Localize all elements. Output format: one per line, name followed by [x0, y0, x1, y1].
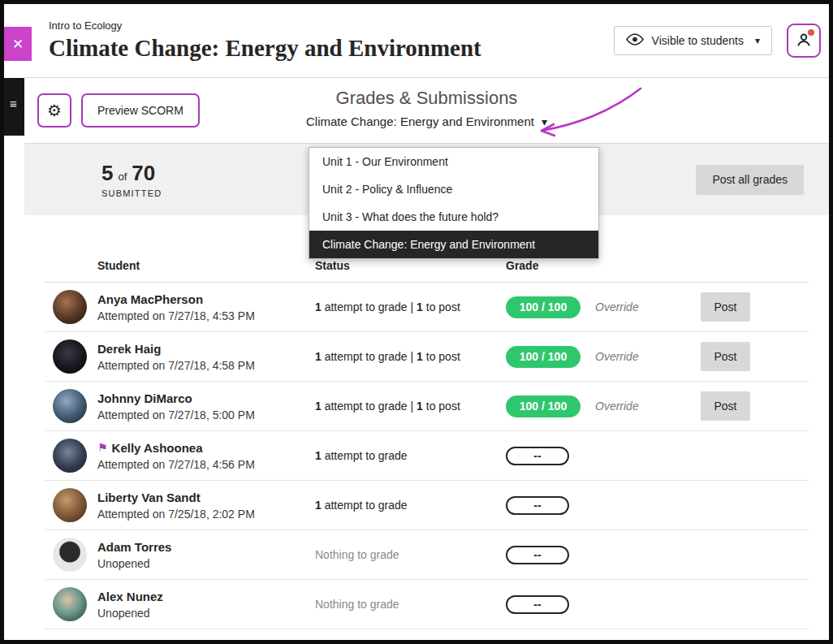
avatar — [53, 538, 87, 572]
student-name[interactable]: Liberty Van Sandt — [97, 491, 201, 504]
profile-button[interactable] — [787, 24, 821, 58]
status-cell: 1 attempt to grade — [315, 499, 506, 512]
grade-pill[interactable]: -- — [506, 447, 569, 465]
column-student: Student — [97, 259, 315, 272]
dropdown-item[interactable]: Unit 3 - What does the future hold? — [309, 203, 598, 231]
table-row: Alex Nunez Unopened Nothing to grade -- — [45, 580, 809, 629]
course-name: Intro to Ecology — [49, 19, 481, 32]
grade-pill[interactable]: 100 / 100 — [506, 296, 581, 318]
avatar — [53, 339, 87, 374]
attempt-info: Attempted on 7/27/18, 4:53 PM — [97, 309, 315, 322]
grade-pill[interactable]: -- — [506, 546, 569, 564]
submitted-count: 5 — [101, 161, 113, 186]
student-name[interactable]: Kelly Ashoonea — [112, 441, 203, 455]
grade-pill[interactable]: 100 / 100 — [506, 346, 581, 368]
toolbar-center: Grades & Submissions Climate Change: Ene… — [24, 88, 829, 129]
attempt-info: Attempted on 7/27/18, 4:58 PM — [97, 359, 315, 372]
table-row: Anya MacPherson Attempted on 7/27/18, 4:… — [45, 283, 809, 332]
visibility-label: Visible to students — [652, 34, 744, 47]
caret-down-icon: ▾ — [542, 115, 547, 128]
of-label: of — [118, 171, 127, 183]
post-button[interactable]: Post — [701, 391, 750, 421]
section-title: Grades & Submissions — [24, 88, 829, 109]
total-count: 70 — [132, 161, 155, 186]
grade-pill[interactable]: -- — [506, 595, 569, 614]
post-button[interactable]: Post — [701, 342, 750, 371]
close-icon[interactable]: ✕ — [4, 27, 32, 61]
menu-icon[interactable]: ≡ — [10, 97, 17, 110]
student-name[interactable]: Johnny DiMarco — [97, 391, 192, 405]
browser-frame: ≡ Intro to Ecology Climate Change: Energ… — [0, 0, 833, 644]
page-title: Climate Change: Energy and Environment — [49, 36, 481, 62]
student-name[interactable]: Derek Haig — [97, 342, 161, 356]
table-row: Johnny DiMarco Attempted on 7/27/18, 5:0… — [45, 382, 809, 431]
avatar — [53, 587, 87, 621]
dropdown-item-selected[interactable]: Climate Change: Energy and Environment — [309, 231, 598, 258]
grades-table: Student Status Grade Anya MacPherson Att… — [45, 215, 809, 629]
table-row: Adam Torres Unopened Nothing to grade -- — [45, 530, 809, 580]
override-label[interactable]: Override — [595, 300, 639, 313]
column-status: Status — [315, 259, 506, 272]
avatar — [53, 290, 87, 324]
grade-pill[interactable]: -- — [506, 496, 569, 515]
post-all-grades-button[interactable]: Post all grades — [696, 165, 804, 195]
grade-pill[interactable]: 100 / 100 — [506, 395, 581, 417]
notification-dot — [808, 29, 814, 36]
underlay-navbar: ≡ — [4, 78, 24, 136]
post-button[interactable]: Post — [701, 292, 750, 322]
status-cell: 1 attempt to grade — [315, 449, 506, 462]
table-row: Derek Haig Attempted on 7/27/18, 4:58 PM… — [45, 332, 809, 382]
caret-down-icon: ▾ — [755, 35, 760, 46]
student-name[interactable]: Alex Nunez — [97, 590, 163, 603]
avatar — [53, 439, 87, 473]
table-row: Liberty Van Sandt Attempted on 7/25/18, … — [45, 481, 809, 530]
status-cell: 1 attempt to grade | 1 to post — [315, 400, 506, 413]
page: ≡ Intro to Ecology Climate Change: Energ… — [4, 4, 829, 640]
status-cell: 1 attempt to grade | 1 to post — [315, 300, 506, 313]
status-cell: 1 attempt to grade | 1 to post — [315, 350, 506, 363]
override-label[interactable]: Override — [595, 350, 639, 363]
eye-icon — [626, 33, 644, 48]
attempt-info: Attempted on 7/27/18, 4:56 PM — [97, 458, 315, 471]
attempt-info: Unopened — [97, 607, 315, 620]
toolbar: ⚙ Preview SCORM Grades & Submissions Cli… — [24, 78, 829, 144]
status-cell: Nothing to grade — [315, 598, 506, 611]
item-selector-label: Climate Change: Energy and Environment — [306, 115, 534, 128]
column-grade: Grade — [506, 259, 595, 272]
title-block: Intro to Ecology Climate Change: Energy … — [49, 19, 481, 62]
dropdown-item[interactable]: Unit 1 - Our Environment — [309, 148, 598, 175]
item-selector[interactable]: Climate Change: Energy and Environment ▾ — [306, 115, 547, 128]
content-item-dropdown: Unit 1 - Our Environment Unit 2 - Policy… — [309, 147, 599, 259]
submitted-stats: 5 of 70 SUBMITTED — [101, 161, 162, 198]
panel-header: Intro to Ecology Climate Change: Energy … — [24, 4, 829, 78]
submitted-label: SUBMITTED — [101, 188, 162, 198]
override-label[interactable]: Override — [595, 400, 639, 413]
attempt-info: Unopened — [97, 557, 315, 570]
avatar — [53, 488, 87, 522]
attempt-info: Attempted on 7/25/18, 2:02 PM — [97, 508, 315, 521]
header-actions: Visible to students ▾ — [614, 24, 821, 58]
student-name[interactable]: Adam Torres — [97, 540, 171, 554]
content-panel: Intro to Ecology Climate Change: Energy … — [24, 4, 829, 640]
dropdown-item[interactable]: Unit 2 - Policy & Influence — [309, 175, 598, 203]
status-cell: Nothing to grade — [315, 548, 506, 561]
table-row: ⚑ Kelly Ashoonea Attempted on 7/27/18, 4… — [45, 431, 809, 481]
attempt-info: Attempted on 7/27/18, 5:00 PM — [97, 408, 315, 421]
student-name[interactable]: Anya MacPherson — [97, 292, 203, 306]
visibility-dropdown-button[interactable]: Visible to students ▾ — [614, 26, 772, 55]
flag-icon: ⚑ — [97, 442, 108, 453]
avatar — [53, 389, 87, 423]
